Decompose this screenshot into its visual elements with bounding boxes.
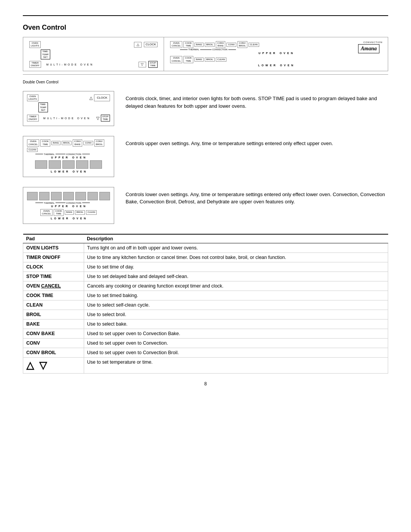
table-row: CONVUsed to set upper oven to Convection… — [23, 339, 388, 348]
conv-top: CONV — [226, 43, 236, 47]
oven-cancel-d2: OVENCANCEL — [27, 139, 39, 146]
diagram-3: THERMAL CONVECTION U P P E R O V E N OVE… — [23, 187, 114, 225]
gray-wide-1 — [27, 192, 38, 200]
arrow-up-d1: △ — [89, 96, 92, 101]
oven-cancel-d3: OVENCANCEL — [40, 209, 53, 216]
table-cell-description: Used to set upper oven to Convection Bro… — [84, 348, 388, 358]
table-row: △ ▽Use to set temperature or time. — [23, 358, 388, 374]
gray-wide-4 — [63, 192, 74, 200]
stop-time-d1: STOPTIME — [101, 115, 110, 121]
top-rule — [23, 15, 388, 16]
table-cell-description: Use to set time of day. — [84, 262, 388, 272]
cook-time-d3: COOKTIME — [54, 209, 64, 216]
broil-d3: BROIL — [75, 210, 85, 214]
table-cell-description: Use to select broil. — [84, 310, 388, 320]
table-cell-pad: BROIL — [23, 310, 84, 320]
section-divider-1 — [23, 74, 388, 75]
page-title: Oven Control — [23, 24, 388, 32]
clean-d3: CLEAN — [86, 210, 97, 214]
table-cell-pad: CONV BROIL — [23, 348, 84, 358]
section-3: THERMAL CONVECTION U P P E R O V E N OVE… — [23, 187, 388, 225]
amana-logo: Amana CONVECTION — [363, 41, 382, 43]
bake-lower-top: BAKE — [194, 58, 204, 62]
table-cell-description: Used to set upper oven to Convection. — [84, 339, 388, 348]
gray-blocks-d3 — [27, 192, 110, 200]
bake-top: BAKE — [194, 43, 204, 47]
amana-text: Amana — [358, 44, 379, 53]
cook-time-lower-top: COOKTIME — [183, 56, 193, 63]
desc-3: Controls lower oven settings. Any, time … — [126, 187, 388, 206]
gray-block-3 — [62, 160, 75, 169]
panel-right: OVENCANCEL COOKTIME BAKE BROIL CONVBAKE … — [164, 37, 388, 71]
table-cell-description: Use to set timed baking. — [84, 291, 388, 300]
stop-time-top: STOPTIME — [148, 61, 158, 68]
table-header-description: Description — [84, 234, 388, 243]
oven-cancel-top: OVENCANCEL — [170, 41, 182, 48]
section-1: OVENLIGHTS △ CLOCK TIME-TEMPSET TIMERON/… — [23, 91, 388, 127]
gray-block-1 — [35, 160, 47, 169]
clean-top-upper: CLEAN — [249, 43, 259, 47]
desc-1: Controls clock, timer, and interior oven… — [126, 91, 388, 110]
table-row: CONV BROILUsed to set upper oven to Conv… — [23, 348, 388, 358]
lower-oven-d2: L O W E R O V E N — [27, 170, 110, 173]
gray-wide-2 — [39, 192, 50, 200]
gray-block-5 — [90, 160, 102, 169]
panel-left: OVENLIGHTS △ CLOCK TIME-TEMPSET TIMERON/… — [23, 37, 164, 71]
table-cell-description: Turns light on and off in both upper and… — [84, 243, 388, 253]
table-cell-pad: △ ▽ — [23, 358, 84, 374]
table-row: CONV BAKEUsed to set upper oven to Conve… — [23, 329, 388, 339]
arrow-up-top: △ — [134, 42, 142, 48]
lower-oven-label-top: L O W E R O V E N — [170, 64, 382, 67]
table-cell-pad: BAKE — [23, 320, 84, 329]
caption-text: Double Oven Control — [23, 80, 388, 84]
diagram-box-2: OVENCANCEL COOKTIME BAKE BROIL CONVBAKE … — [23, 136, 114, 177]
gray-block-2 — [49, 160, 61, 169]
bake-d2: BAKE — [51, 141, 61, 145]
desc-2: Controls upper oven settings. Any, time … — [126, 136, 388, 147]
desc-3-text: Controls lower oven settings. Any, time … — [126, 191, 388, 206]
timer-onoff-d1: TIMERON/OFF — [27, 115, 39, 121]
conv-broil-top: CONVBROIL — [237, 41, 247, 48]
timer-onoff-top: TIMERON/OFF — [29, 61, 41, 68]
broil-lower-top: BROIL — [205, 58, 215, 62]
clean-lower-top: CLEAN — [216, 58, 226, 62]
oven-lights-btn-top: OVENLIGHTS — [29, 41, 41, 48]
gray-wide-5 — [75, 192, 86, 200]
time-temp-d1: TIME-TEMPSET — [38, 102, 48, 112]
arrow-symbols: △ ▽ — [26, 359, 47, 371]
table-cell-pad: OVEN CANCEL — [23, 281, 84, 291]
table-cell-description: Cancels any cooking or cleaning function… — [84, 281, 388, 291]
section-2: OVENCANCEL COOKTIME BAKE BROIL CONVBAKE … — [23, 136, 388, 178]
table-cell-description: Use to time any kitchen function or canc… — [84, 253, 388, 262]
cook-time-top: COOKTIME — [183, 41, 193, 48]
table-row: BROILUse to select broil. — [23, 310, 388, 320]
upper-oven-d3: U P P E R O V E N — [27, 205, 110, 208]
table-row: CLOCKUse to set time of day. — [23, 262, 388, 272]
table-cell-description: Use to select self-clean cycle. — [84, 300, 388, 310]
table-cell-pad: CONV BAKE — [23, 329, 84, 339]
table-row: TIMER ON/OFFUse to time any kitchen func… — [23, 253, 388, 262]
table-cell-pad: CLOCK — [23, 262, 84, 272]
gray-wide-6 — [88, 192, 98, 200]
clock-btn-top: CLOCK — [144, 42, 158, 47]
table-row: BAKEUse to select bake. — [23, 320, 388, 329]
multimode-d1: M U L T I - M O D E O V E N — [43, 117, 90, 120]
cancel-underline: CANCEL — [41, 283, 61, 289]
diagram-1: OVENLIGHTS △ CLOCK TIME-TEMPSET TIMERON/… — [23, 91, 114, 127]
upper-oven-d2: U P P E R O V E N — [27, 156, 110, 159]
diagram-box-3: THERMAL CONVECTION U P P E R O V E N OVE… — [23, 187, 114, 224]
amana-convection: CONVECTION — [363, 41, 382, 43]
conv-d2: CONV — [83, 141, 93, 145]
table-cell-pad: OVEN LIGHTS — [23, 243, 84, 253]
gray-block-4 — [76, 160, 88, 169]
conv-bake-top: CONVBAKE — [216, 41, 225, 48]
table-cell-pad: STOP TIME — [23, 272, 84, 281]
gray-blocks-d2 — [27, 160, 110, 169]
table-cell-pad: CONV — [23, 339, 84, 348]
cook-time-d2: COOKTIME — [40, 139, 50, 146]
upper-oven-label-top: U P P E R O V E N — [170, 52, 382, 54]
diagram-box-1: OVENLIGHTS △ CLOCK TIME-TEMPSET TIMERON/… — [23, 91, 114, 126]
broil-d2: BROIL — [62, 141, 72, 145]
arrow-down-top: ▽ — [139, 62, 146, 67]
table-row: OVEN CANCELCancels any cooking or cleani… — [23, 281, 388, 291]
